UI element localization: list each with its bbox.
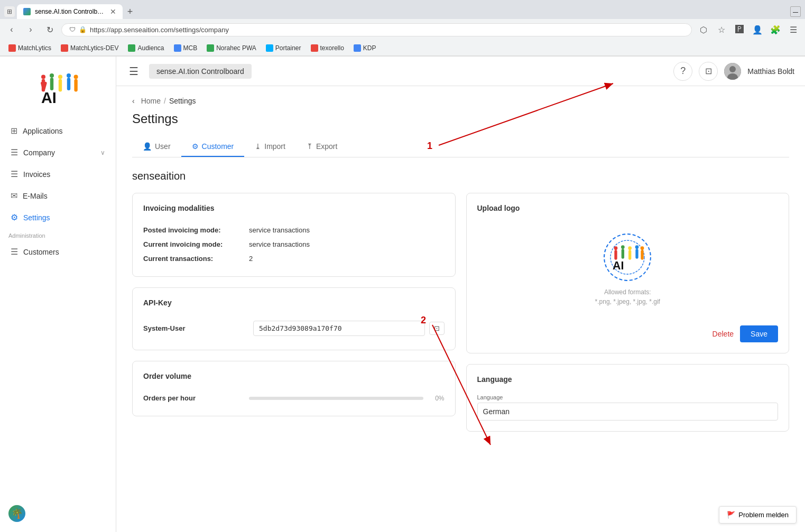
posted-invoicing-value: service transactions bbox=[249, 226, 310, 234]
svg-rect-5 bbox=[50, 78, 53, 90]
save-btn[interactable]: Save bbox=[740, 325, 778, 342]
tab-customer[interactable]: ⚙ Customer bbox=[181, 137, 245, 157]
translate-btn[interactable]: ⬡ bbox=[696, 22, 711, 37]
api-key-card-title: API-Key bbox=[143, 298, 445, 307]
api-key-input[interactable] bbox=[253, 321, 425, 336]
svg-rect-18 bbox=[615, 250, 617, 260]
posted-invoicing-label: Posted invoicing mode: bbox=[143, 226, 249, 234]
browser-chrome: ⊞ sense.AI.tion Controlboard ✕ + — ‹ › ↻… bbox=[0, 0, 805, 57]
sidebar-item-label: Customers bbox=[23, 248, 105, 256]
breadcrumb-separator: / bbox=[164, 97, 166, 105]
bookmark-matchlytics-dev[interactable]: MatchLytics-DEV bbox=[57, 43, 123, 53]
logo-svg: AI bbox=[606, 236, 649, 278]
profile-btn[interactable]: 👤 bbox=[750, 22, 765, 37]
svg-point-25 bbox=[641, 246, 644, 250]
app-container: AI ⊞ Applications ☰ Company ∨ ☰ Invoices… bbox=[0, 57, 805, 532]
allowed-formats-text: Allowed formats: *.png, *.jpeg, *.jpg, *… bbox=[595, 287, 660, 306]
language-select-label: Language bbox=[477, 394, 779, 400]
language-select[interactable]: German bbox=[477, 403, 779, 421]
forward-nav-btn[interactable]: › bbox=[23, 22, 38, 37]
content-grid: Invoicing modalities Posted invoicing mo… bbox=[132, 193, 789, 432]
bookmark-norahec[interactable]: Norahec PWA bbox=[202, 43, 261, 53]
sidebar-item-label: Company bbox=[23, 148, 95, 157]
right-column: Upload logo bbox=[466, 193, 790, 432]
pocket-btn[interactable]: 🅿 bbox=[732, 22, 747, 37]
bookmark-audienca[interactable]: Audienca bbox=[124, 43, 168, 53]
address-bar[interactable]: 🛡 🔒 https://app.senseaition.com/settings… bbox=[61, 23, 692, 36]
invoicing-modalities-card: Invoicing modalities Posted invoicing mo… bbox=[132, 193, 456, 277]
bookmark-label: KDP bbox=[363, 44, 376, 52]
svg-rect-22 bbox=[628, 250, 631, 260]
svg-point-19 bbox=[621, 245, 625, 249]
bookmark-star-btn[interactable]: ☆ bbox=[714, 22, 729, 37]
breadcrumb-home[interactable]: Home bbox=[141, 97, 161, 105]
user-avatar[interactable] bbox=[724, 63, 741, 80]
back-nav-btn[interactable]: ‹ bbox=[4, 22, 19, 37]
minimize-btn[interactable]: — bbox=[790, 6, 801, 17]
posted-invoicing-row: Posted invoicing mode: service transacti… bbox=[143, 223, 445, 237]
reload-btn[interactable]: ↻ bbox=[42, 22, 57, 37]
tab-label: Export bbox=[316, 142, 337, 151]
bookmark-texorello[interactable]: texorello bbox=[307, 43, 348, 53]
problem-icon: 🚩 bbox=[727, 511, 735, 519]
svg-rect-9 bbox=[67, 78, 70, 90]
svg-point-8 bbox=[67, 73, 71, 78]
bookmark-matchlytics[interactable]: MatchLytics bbox=[4, 43, 55, 53]
breadcrumb: ‹ Home / Settings bbox=[132, 97, 789, 105]
browser-menu-dots[interactable]: ☰ bbox=[786, 22, 801, 37]
svg-point-14 bbox=[729, 66, 736, 72]
screenshot-btn[interactable]: ⊡ bbox=[699, 62, 718, 81]
bookmark-favicon bbox=[128, 44, 135, 52]
email-icon: ✉ bbox=[11, 191, 17, 201]
bookmark-label: Norahec PWA bbox=[216, 44, 256, 52]
sidebar-item-company[interactable]: ☰ Company ∨ bbox=[2, 142, 114, 163]
tab-user[interactable]: 👤 User bbox=[132, 137, 181, 157]
tab-favicon bbox=[23, 8, 31, 15]
sidebar-item-label: E-Mails bbox=[23, 192, 105, 200]
system-user-label: System-User bbox=[143, 324, 249, 332]
problem-label: Problem melden bbox=[738, 511, 789, 519]
sidebar-item-invoices[interactable]: ☰ Invoices bbox=[2, 164, 114, 184]
tab-export[interactable]: ⤒ Export bbox=[296, 137, 348, 157]
sidebar-avatar[interactable]: 🌴 bbox=[8, 505, 25, 522]
help-btn[interactable]: ? bbox=[673, 62, 692, 81]
import-tab-icon: ⤓ bbox=[255, 142, 261, 151]
copy-btn[interactable]: ⊡ bbox=[429, 322, 445, 335]
logo-image[interactable]: AI bbox=[604, 234, 651, 281]
bookmark-favicon bbox=[174, 44, 181, 52]
extensions-btn[interactable]: 🧩 bbox=[768, 22, 783, 37]
back-btn[interactable]: ‹ bbox=[132, 97, 135, 105]
browser-toolbar: ‹ › ↻ 🛡 🔒 https://app.senseaition.com/se… bbox=[0, 19, 805, 40]
upload-logo-card: Upload logo bbox=[466, 193, 790, 353]
tab-close-btn[interactable]: ✕ bbox=[110, 7, 116, 16]
logo-actions: Delete Save bbox=[477, 325, 779, 342]
bookmark-kdp[interactable]: KDP bbox=[349, 43, 381, 53]
allowed-formats-list: *.png, *.jpeg, *.jpg, *.gif bbox=[595, 297, 660, 306]
sidebar-item-settings[interactable]: ⚙ Settings bbox=[2, 207, 114, 228]
breadcrumb-current: Settings bbox=[169, 97, 196, 105]
bookmark-portainer[interactable]: Portainer bbox=[262, 43, 306, 53]
language-card: Language Language German bbox=[466, 364, 790, 432]
sidebar-item-customers[interactable]: ☰ Customers bbox=[2, 241, 114, 262]
page-title: Settings bbox=[132, 111, 789, 126]
current-invoicing-label: Current invoicing mode: bbox=[143, 240, 249, 248]
tab-title: sense.AI.tion Controlboard bbox=[35, 8, 106, 15]
problem-melden-btn[interactable]: 🚩 Problem melden bbox=[719, 506, 797, 524]
delete-btn[interactable]: Delete bbox=[713, 330, 734, 338]
bookmark-mcb[interactable]: MCB bbox=[170, 43, 202, 53]
browser-tab-bar: ⊞ sense.AI.tion Controlboard ✕ + — bbox=[0, 0, 805, 19]
svg-point-10 bbox=[73, 74, 78, 79]
new-tab-button[interactable]: + bbox=[123, 4, 137, 19]
bookmark-label: Portainer bbox=[275, 44, 301, 52]
orders-per-hour-label: Orders per hour bbox=[143, 394, 249, 402]
sidebar-item-applications[interactable]: ⊞ Applications bbox=[2, 120, 114, 141]
hamburger-btn[interactable]: ☰ bbox=[127, 63, 141, 80]
bookmark-label: Audienca bbox=[137, 44, 164, 52]
browser-menu-btn[interactable]: ⊞ bbox=[4, 6, 15, 17]
svg-rect-11 bbox=[74, 79, 77, 91]
bookmark-label: MCB bbox=[183, 44, 198, 52]
sidebar-item-emails[interactable]: ✉ E-Mails bbox=[2, 185, 114, 206]
active-tab[interactable]: sense.AI.tion Controlboard ✕ bbox=[17, 4, 123, 19]
tab-import[interactable]: ⤓ Import bbox=[244, 137, 296, 157]
progress-pct: 0% bbox=[429, 395, 445, 402]
